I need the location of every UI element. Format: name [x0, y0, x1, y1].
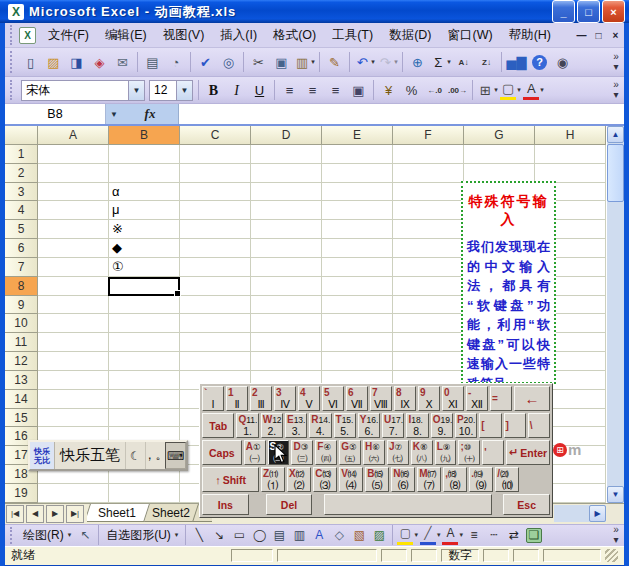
horizontal-scrollbar[interactable]: ▶: [554, 505, 606, 522]
key-G[interactable]: G⑤㈤: [339, 440, 361, 465]
cell-F8[interactable]: [393, 277, 464, 296]
oval-button[interactable]: ◯: [250, 526, 268, 544]
font-size-combo[interactable]: 12 ▼: [149, 80, 193, 101]
vertical-scroll-thumb[interactable]: [607, 144, 624, 202]
cell-B11[interactable]: [109, 333, 180, 352]
prev-sheet-button[interactable]: ◀: [26, 505, 44, 523]
cell-D1[interactable]: [251, 145, 322, 164]
cell-F4[interactable]: [393, 201, 464, 220]
cell-F3[interactable]: [393, 183, 464, 202]
cell-D9[interactable]: [251, 296, 322, 315]
borders-button[interactable]: ⊞▾: [477, 80, 498, 101]
cell-D12[interactable]: [251, 352, 322, 371]
cell-F2[interactable]: [393, 164, 464, 183]
key-comma[interactable]: ,⒅⑻: [443, 467, 467, 492]
cell-C3[interactable]: [180, 183, 251, 202]
cell-E6[interactable]: [322, 239, 393, 258]
cell-A3[interactable]: [38, 183, 109, 202]
cell-A2[interactable]: [38, 164, 109, 183]
arrow-button[interactable]: ↘: [210, 526, 228, 544]
row-header-3[interactable]: 3: [5, 183, 38, 202]
cell-B15[interactable]: [109, 409, 180, 428]
cut-button[interactable]: ✂: [248, 52, 269, 73]
key-E[interactable]: E13.3.: [285, 413, 307, 438]
punctuation-toggle-icon[interactable]: ，。: [145, 442, 165, 469]
picture-button[interactable]: ▨: [370, 526, 388, 544]
cell-B19[interactable]: [109, 484, 180, 503]
row-header-1[interactable]: 1: [5, 145, 38, 164]
font-color-button[interactable]: A▾: [523, 80, 544, 101]
cell-B13[interactable]: [109, 371, 180, 390]
row-header-11[interactable]: 11: [5, 333, 38, 352]
vertical-scroll-track[interactable]: [607, 203, 624, 486]
align-center-button[interactable]: ≡: [302, 80, 323, 101]
key-I[interactable]: I18.8.: [406, 413, 428, 438]
italic-button[interactable]: I: [226, 80, 247, 101]
font-name-combo[interactable]: 宋体 ▼: [21, 80, 145, 101]
cell-E12[interactable]: [322, 352, 393, 371]
toolbar-options-chevron[interactable]: »▾: [610, 525, 622, 545]
line-button[interactable]: ╲: [190, 526, 208, 544]
cell-B5[interactable]: ※: [109, 220, 180, 239]
cell-C2[interactable]: [180, 164, 251, 183]
key-W[interactable]: W12.2.: [261, 413, 283, 438]
cell-F9[interactable]: [393, 296, 464, 315]
key-ins[interactable]: Ins: [202, 494, 249, 515]
cell-B6[interactable]: ◆: [109, 239, 180, 258]
cell-A9[interactable]: [38, 296, 109, 315]
cell-C10[interactable]: [180, 314, 251, 333]
menu-item-insert[interactable]: 插入(I): [212, 24, 265, 47]
cell-C6[interactable]: [180, 239, 251, 258]
last-sheet-button[interactable]: ▶|: [66, 505, 84, 523]
cell-A8[interactable]: [38, 277, 109, 296]
vertical-text-box-button[interactable]: ▥: [290, 526, 308, 544]
close-workbook-button[interactable]: ×: [607, 27, 624, 43]
email-button[interactable]: ✉: [112, 52, 133, 73]
key-1[interactable]: 1Ⅱ: [226, 386, 248, 411]
format-painter-button[interactable]: ✎: [324, 52, 345, 73]
cell-E4[interactable]: [322, 201, 393, 220]
row-header-4[interactable]: 4: [5, 201, 38, 220]
sort-descending-button[interactable]: Z↓: [476, 52, 497, 73]
cell-B10[interactable]: [109, 314, 180, 333]
cell-D8[interactable]: [251, 277, 322, 296]
key-semicolon[interactable]: ;⑩㈩: [458, 440, 480, 465]
cell-F12[interactable]: [393, 352, 464, 371]
sort-ascending-button[interactable]: A↓: [453, 52, 474, 73]
menu-item-tools[interactable]: 工具(T): [324, 24, 381, 47]
cell-D2[interactable]: [251, 164, 322, 183]
clip-art-button[interactable]: ▧: [350, 526, 368, 544]
key-9[interactable]: 9Ⅹ: [418, 386, 440, 411]
cell-A1[interactable]: [38, 145, 109, 164]
fullwidth-toggle-icon[interactable]: ☾: [125, 442, 145, 469]
row-header-10[interactable]: 10: [5, 314, 38, 333]
cell-C7[interactable]: [180, 258, 251, 277]
soft-keyboard-toggle-icon[interactable]: ⌨: [165, 442, 186, 469]
cell-C12[interactable]: [180, 352, 251, 371]
print-preview-button[interactable]: ◔: [165, 52, 186, 73]
copy-button[interactable]: ▣: [271, 52, 292, 73]
cell-B12[interactable]: [109, 352, 180, 371]
ime-toolbar[interactable]: 快乐 无比 快乐五笔 ☾，。⌨: [28, 440, 188, 471]
key-enter[interactable]: ↵Enter: [506, 440, 550, 465]
row-header-19[interactable]: 19: [5, 484, 38, 503]
key-backtick[interactable]: `Ⅰ: [202, 386, 224, 411]
key-X[interactable]: X⑿⑵: [287, 467, 311, 492]
key-0[interactable]: 0Ⅺ: [442, 386, 464, 411]
resize-grip[interactable]: [605, 549, 618, 562]
cell-F6[interactable]: [393, 239, 464, 258]
key-period[interactable]: .⒆⑼: [469, 467, 493, 492]
column-header-D[interactable]: D: [251, 126, 322, 145]
diagram-button[interactable]: ◇: [330, 526, 348, 544]
cell-A6[interactable]: [38, 239, 109, 258]
ime-state-icon[interactable]: 快乐 无比: [30, 442, 55, 469]
cell-B14[interactable]: [109, 390, 180, 409]
chevron-down-icon[interactable]: ▼: [128, 81, 144, 100]
open-button[interactable]: ▨: [43, 52, 64, 73]
row-header-13[interactable]: 13: [5, 371, 38, 390]
key-lbracket[interactable]: [: [479, 413, 501, 438]
merge-center-button[interactable]: ▣: [348, 80, 369, 101]
key-5[interactable]: 5Ⅵ: [322, 386, 344, 411]
cell-E9[interactable]: [322, 296, 393, 315]
paste-button[interactable]: ▥▾: [294, 52, 315, 73]
